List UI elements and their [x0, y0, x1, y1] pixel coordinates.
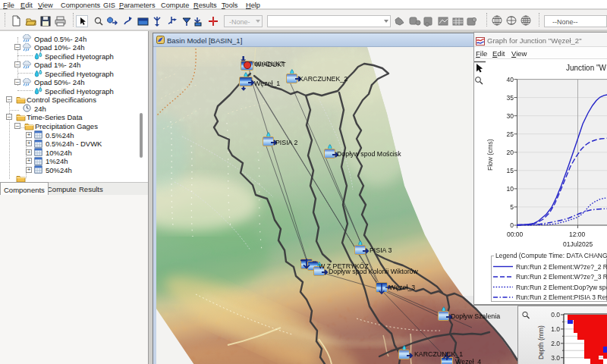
- svg-text:Junction "W: Junction "W: [566, 64, 607, 72]
- svg-text:KARCZUNEK_2: KARCZUNEK_2: [299, 75, 348, 83]
- svg-text:PISIA 2: PISIA 2: [275, 139, 297, 146]
- svg-text:40: 40: [507, 76, 514, 83]
- svg-text:Dopływ spod Mościsk: Dopływ spod Mościsk: [337, 150, 401, 158]
- svg-text:WIADUKT: WIADUKT: [255, 61, 286, 68]
- svg-text:Depth (mm): Depth (mm): [537, 325, 545, 359]
- svg-text:Run:Run 2 Element:W?ze?_3 Re: Run:Run 2 Element:W?ze?_3 Re: [516, 273, 607, 281]
- svg-text:Legend (Compute Time: DATA CHA: Legend (Compute Time: DATA CHANGE: [495, 252, 607, 259]
- svg-text:12:00: 12:00: [569, 231, 586, 238]
- svg-text:15: 15: [507, 167, 514, 174]
- svg-text:1.0: 1.0: [551, 325, 560, 333]
- svg-text:Dopływ spod Kolonii Wiktorów: Dopływ spod Kolonii Wiktorów: [329, 268, 418, 275]
- svg-text:Węzeł_3: Węzeł_3: [389, 284, 415, 291]
- svg-text:0: 0: [510, 221, 514, 229]
- svg-text:35: 35: [507, 94, 514, 102]
- svg-text:10: 10: [507, 185, 514, 193]
- svg-text:00:00: 00:00: [507, 231, 524, 238]
- svg-text:3.0: 3.0: [551, 354, 560, 362]
- svg-text:Run:Run 2 Element:W?ze?_2 Re: Run:Run 2 Element:W?ze?_2 Re: [516, 263, 607, 271]
- svg-text:01Jul2025: 01Jul2025: [563, 240, 593, 248]
- svg-text:30: 30: [507, 112, 514, 120]
- svg-text:2.0: 2.0: [551, 340, 560, 347]
- svg-text:Węzeł_1: Węzeł_1: [254, 80, 280, 87]
- svg-text:Run:Run 2 Element:PISIA 3 Res: Run:Run 2 Element:PISIA 3 Res: [516, 293, 607, 301]
- svg-text:5: 5: [510, 203, 514, 211]
- svg-text:PISIA 3: PISIA 3: [370, 246, 392, 254]
- svg-text:Dopływ Szalenia: Dopływ Szalenia: [451, 312, 500, 320]
- svg-text:Flow (cms): Flow (cms): [486, 139, 494, 171]
- svg-text:KARCZUNEK_1: KARCZUNEK_1: [414, 350, 463, 358]
- svg-text:25: 25: [507, 130, 514, 138]
- svg-text:Węzeł_4: Węzeł_4: [455, 358, 481, 364]
- svg-text:0.0: 0.0: [551, 311, 560, 318]
- svg-text:20: 20: [507, 149, 514, 156]
- svg-text:Run:Run 2 Element:Dop?yw spo: Run:Run 2 Element:Dop?yw spo: [516, 284, 607, 291]
